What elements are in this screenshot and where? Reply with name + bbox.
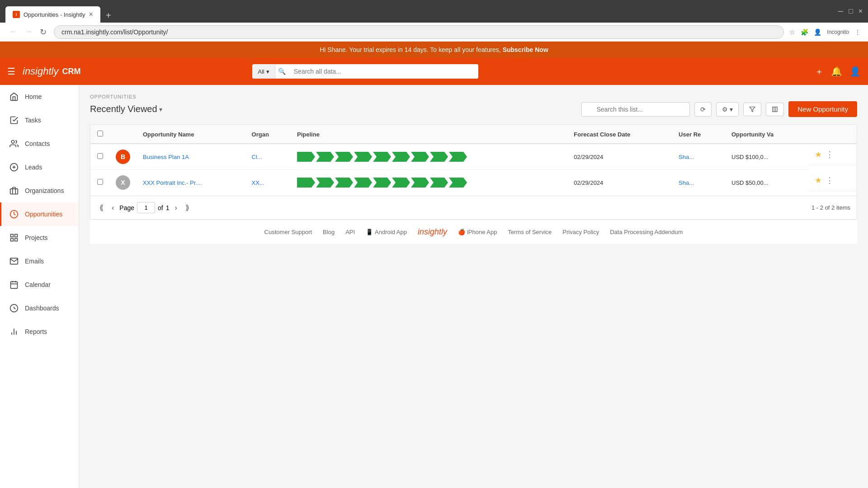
sidebar-item-home[interactable]: Home (0, 85, 79, 108)
extensions-icon[interactable]: 🧩 (801, 28, 808, 36)
sidebar-item-projects[interactable]: Projects (0, 226, 79, 249)
first-page-button[interactable]: ⟪ (97, 202, 106, 214)
sidebar: Home Tasks Contacts Leads Organizations (0, 85, 79, 488)
sidebar-label-leads: Leads (25, 164, 42, 171)
close-tab-button[interactable]: × (89, 10, 93, 19)
page-footer: Customer Support Blog API 📱 Android App … (90, 220, 857, 244)
star-icon[interactable]: ★ (815, 175, 822, 185)
columns-button[interactable] (766, 103, 784, 116)
footer-blog[interactable]: Blog (323, 229, 335, 235)
list-search-input[interactable] (581, 102, 690, 117)
header-forecast-close-date[interactable]: Forecast Close Date (567, 125, 672, 144)
svg-rect-4 (10, 189, 18, 194)
global-search-bar[interactable]: All ▾ 🔍 (252, 64, 478, 79)
star-icon[interactable]: ★ (815, 150, 822, 160)
sidebar-item-opportunities[interactable]: Opportunities (0, 202, 79, 226)
sidebar-item-emails[interactable]: Emails (0, 249, 79, 273)
add-action-button[interactable]: ＋ (815, 66, 824, 78)
back-button[interactable]: ← (7, 25, 19, 38)
prev-page-button[interactable]: ‹ (109, 202, 117, 214)
row-menu-button[interactable]: ⋮ (826, 150, 834, 160)
list-search-wrap: 🔍 (581, 102, 690, 117)
row-menu-button[interactable]: ⋮ (826, 175, 834, 185)
reload-button[interactable]: ↻ (38, 25, 48, 39)
header-opportunity-value[interactable]: Opportunity Va (725, 125, 808, 144)
hamburger-menu-button[interactable]: ☰ (7, 66, 15, 77)
search-icon: 🔍 (275, 68, 288, 75)
user-account-button[interactable]: 👤 (849, 66, 861, 77)
header-pipeline[interactable]: Pipeline (291, 125, 567, 144)
main-area: OPPORTUNITIES Recently Viewed ▾ 🔍 ⟳ ⚙ ▾ (79, 85, 868, 488)
opportunity-name-link[interactable]: XXX Portrait Inc.- Pr.... (143, 179, 202, 186)
home-icon (9, 91, 19, 102)
row-checkbox[interactable] (97, 153, 103, 159)
svg-line-16 (14, 308, 15, 309)
url-bar[interactable]: crm.na1.insightly.com/list/Opportunity/ (54, 25, 784, 39)
opportunities-table: Opportunity Name Organ Pipeline Forecast… (90, 125, 857, 196)
bookmark-icon[interactable]: ☆ (789, 28, 795, 36)
leads-icon (9, 162, 19, 173)
footer-terms[interactable]: Terms of Service (508, 229, 552, 235)
search-scope-dropdown[interactable]: All ▾ (252, 65, 275, 79)
minimize-button[interactable]: ─ (838, 7, 843, 15)
row-avatar-cell: B (109, 144, 137, 170)
sidebar-item-reports[interactable]: Reports (0, 320, 79, 343)
sidebar-item-tasks[interactable]: Tasks (0, 108, 79, 132)
menu-icon[interactable]: ⋮ (854, 28, 861, 36)
footer-android-link[interactable]: Android App (375, 229, 407, 235)
footer-iphone-app[interactable]: 🍎 iPhone App (458, 229, 497, 235)
forward-button[interactable]: → (23, 25, 34, 38)
opportunity-name-link[interactable]: Business Plan 1A (143, 154, 189, 160)
active-tab[interactable]: i Opportunities - Insightly × (5, 6, 100, 23)
trial-banner: Hi Shane. Your trial expires in 14 days.… (0, 42, 868, 58)
footer-android-app[interactable]: 📱 Android App (366, 229, 407, 235)
new-opportunity-button[interactable]: New Opportunity (788, 101, 857, 117)
page-label: Page (119, 204, 134, 211)
contacts-icon (9, 138, 19, 149)
new-tab-button[interactable]: + (102, 9, 115, 23)
search-scope-caret: ▾ (266, 68, 269, 75)
row-actions-cell: ★ ⋮ (808, 170, 856, 191)
reports-icon (9, 326, 19, 337)
select-all-checkbox[interactable] (97, 131, 103, 136)
sidebar-item-leads[interactable]: Leads (0, 155, 79, 179)
sidebar-label-tasks: Tasks (25, 117, 41, 124)
header-opportunity-name[interactable]: Opportunity Name (137, 125, 245, 144)
pagination-controls: ⟪ ‹ Page of 1 › ⟫ (97, 202, 192, 214)
total-pages: 1 (166, 204, 170, 211)
refresh-button[interactable]: ⟳ (694, 102, 712, 117)
user-link[interactable]: Sha... (679, 154, 694, 160)
header-user-re[interactable]: User Re (672, 125, 725, 144)
svg-marker-20 (750, 107, 755, 112)
row-value-cell: USD $100,0... (725, 144, 808, 170)
footer-api[interactable]: API (345, 229, 355, 235)
sidebar-label-dashboards: Dashboards (25, 305, 59, 312)
organ-link[interactable]: XX... (252, 179, 264, 186)
maximize-button[interactable]: □ (849, 7, 853, 15)
sidebar-label-home: Home (25, 93, 42, 100)
sidebar-item-organizations[interactable]: Organizations (0, 179, 79, 202)
last-page-button[interactable]: ⟫ (183, 202, 192, 214)
settings-button[interactable]: ⚙ ▾ (716, 102, 739, 117)
sidebar-item-calendar[interactable]: Calendar (0, 273, 79, 296)
profile-icon[interactable]: 👤 (814, 28, 821, 36)
footer-privacy[interactable]: Privacy Policy (562, 229, 599, 235)
row-checkbox[interactable] (97, 179, 103, 185)
page-number-input[interactable] (137, 202, 155, 213)
notifications-button[interactable]: 🔔 (831, 66, 842, 77)
filter-button[interactable] (743, 103, 761, 116)
url-text: crm.na1.insightly.com/list/Opportunity/ (61, 28, 168, 36)
view-selector[interactable]: Recently Viewed ▾ (90, 104, 162, 114)
sidebar-item-dashboards[interactable]: Dashboards (0, 296, 79, 320)
next-page-button[interactable]: › (172, 202, 180, 214)
global-search-input[interactable] (288, 64, 479, 79)
footer-data-processing[interactable]: Data Processing Addendum (610, 229, 683, 235)
footer-iphone-link[interactable]: iPhone App (467, 229, 497, 235)
subscribe-link[interactable]: Subscribe Now (503, 46, 548, 53)
footer-customer-support[interactable]: Customer Support (264, 229, 312, 235)
organ-link[interactable]: Cl... (252, 154, 262, 160)
header-organ[interactable]: Organ (245, 125, 291, 144)
sidebar-item-contacts[interactable]: Contacts (0, 132, 79, 155)
close-window-button[interactable]: × (859, 7, 863, 15)
user-link[interactable]: Sha... (679, 179, 694, 186)
